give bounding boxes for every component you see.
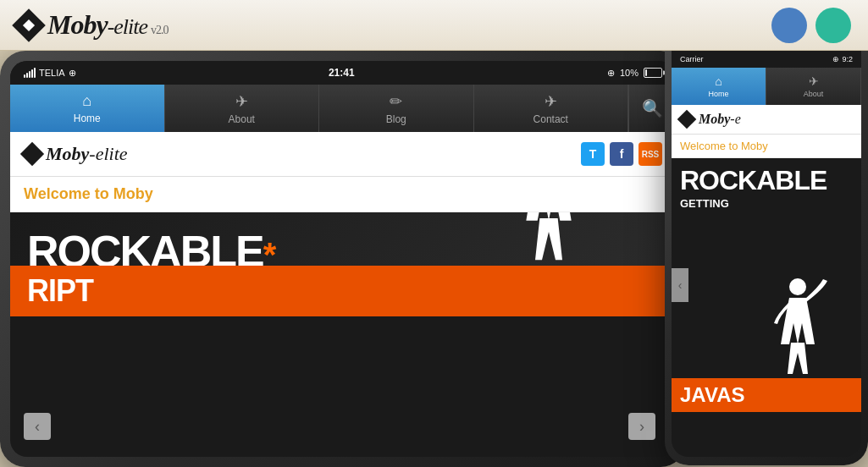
carrier-name: TELIA	[39, 68, 65, 78]
location-icon: ⊕	[607, 68, 615, 79]
wifi-icon: ⊕	[69, 68, 76, 79]
battery-icon	[644, 68, 662, 78]
signal-bar-3	[29, 71, 30, 78]
phone-content-header: Moby-e	[672, 105, 861, 135]
phone-orange-banner: JAVAS	[672, 378, 861, 412]
rss-label: RSS	[642, 150, 660, 159]
phone-logo-text: Moby-e	[699, 112, 741, 127]
tablet-content: Moby-elite T f RSS	[10, 132, 676, 316]
status-right: ⊕ 10%	[607, 68, 662, 79]
tablet-inner: TELIA ⊕ 21:41 ⊕ 10% ⌂ Home	[10, 61, 676, 457]
book-image-area: ROCKABLE* GETTING GOOD WITH	[10, 212, 676, 316]
phone-navigation: ⌂ Home ✈ About	[672, 68, 861, 105]
phone-person-silhouette	[768, 277, 827, 378]
nav-contact-label: Contact	[534, 113, 568, 125]
phone-back-arrow[interactable]: ‹	[672, 268, 688, 302]
orange-banner: RIPT	[10, 266, 676, 316]
nav-item-blog[interactable]: ✏ Blog	[319, 85, 474, 132]
phone-logo-brand: Moby	[699, 112, 730, 126]
header-bar: Moby-elitev2.0	[0, 0, 868, 51]
content-header: Moby-elite T f RSS	[10, 132, 676, 177]
logo-version: v2.0	[151, 24, 169, 36]
signal-bar-2	[26, 73, 28, 78]
tablet-status-bar: TELIA ⊕ 21:41 ⊕ 10%	[10, 61, 676, 85]
logo-diamond-icon	[12, 8, 46, 42]
content-logo-suffix: -elite	[89, 143, 127, 164]
logo-brand: Moby	[47, 9, 108, 40]
phone-book-content: ROCKABLE GETTING	[672, 158, 861, 218]
about-icon: ✈	[235, 92, 248, 111]
phone-wifi-icon: ⊕	[832, 55, 839, 63]
blog-icon: ✏	[390, 92, 402, 111]
signal-bars-icon	[24, 68, 36, 78]
nav-item-contact[interactable]: ✈ Contact	[474, 85, 629, 132]
phone-nav-about-label: About	[804, 90, 824, 98]
phone-logo-suffix: -e	[730, 112, 740, 126]
main-content: TELIA ⊕ 21:41 ⊕ 10% ⌂ Home	[0, 51, 868, 467]
logo-area: Moby-elitev2.0	[17, 9, 169, 41]
phone-orange-text: JAVAS	[680, 383, 744, 407]
tablet-navigation: ⌂ Home ✈ About ✏ Blog ✈ Contact 🔍	[10, 85, 676, 132]
rss-icon[interactable]: RSS	[639, 142, 662, 166]
twitter-label: T	[589, 147, 597, 161]
svg-point-1	[789, 278, 806, 295]
content-logo-text: Moby-elite	[46, 143, 128, 165]
content-logo-brand: Moby	[46, 143, 89, 164]
battery-fill	[645, 69, 647, 76]
tablet-device: TELIA ⊕ 21:41 ⊕ 10% ⌂ Home	[0, 51, 686, 467]
content-diamond-icon	[20, 142, 44, 166]
signal-bar-5	[34, 68, 36, 78]
nav-item-home[interactable]: ⌂ Home	[10, 85, 165, 132]
phone-back-icon: ‹	[678, 278, 683, 292]
status-left: TELIA ⊕	[24, 68, 76, 79]
logo-diamond-inner	[23, 19, 35, 30]
left-arrow-icon: ‹	[35, 418, 40, 436]
signal-bar-1	[24, 74, 25, 78]
home-icon: ⌂	[82, 92, 91, 110]
right-arrow-icon: ›	[639, 418, 644, 436]
phone-book-title: ROCKABLE	[680, 167, 853, 194]
phone-book-subtitle: GETTING	[680, 197, 853, 210]
phone-welcome-title: Welcome to Moby	[672, 135, 861, 158]
phone-welcome-text: Welcome to Moby	[680, 140, 768, 152]
phone-about-icon: ✈	[809, 74, 819, 88]
phone-content: Moby-e Welcome to Moby ROCKABLE GETTING	[672, 105, 861, 412]
nav-about-label: About	[229, 113, 255, 125]
logo-suffix: -elite	[108, 14, 147, 39]
nav-item-about[interactable]: ✈ About	[165, 85, 320, 132]
carousel-next-button[interactable]: ›	[628, 413, 655, 440]
phone-book-area: ROCKABLE GETTING JAVAS	[672, 158, 861, 412]
person-silhouette	[506, 212, 591, 266]
nav-blog-label: Blog	[386, 113, 406, 125]
color-circle-green[interactable]	[815, 8, 851, 43]
phone-status-right: ⊕ 9:2	[832, 55, 853, 63]
phone-diamond-icon	[677, 110, 697, 129]
phone-time: 9:2	[842, 55, 853, 63]
search-icon: 🔍	[642, 98, 663, 118]
facebook-label: f	[620, 147, 624, 161]
facebook-icon[interactable]: f	[610, 142, 633, 166]
orange-banner-text: RIPT	[27, 273, 93, 309]
color-palette	[771, 8, 851, 43]
signal-bar-4	[31, 69, 33, 78]
status-time: 21:41	[329, 67, 355, 79]
nav-home-label: Home	[74, 113, 101, 124]
phone-nav-about[interactable]: ✈ About	[766, 68, 861, 105]
phone-nav-home[interactable]: ⌂ Home	[672, 68, 766, 105]
social-icons: T f RSS	[581, 142, 662, 166]
carousel-prev-button[interactable]: ‹	[24, 413, 51, 440]
twitter-icon[interactable]: T	[581, 142, 605, 166]
content-logo: Moby-elite	[24, 143, 128, 165]
welcome-text: Welcome to Moby	[24, 185, 153, 202]
color-circle-blue[interactable]	[771, 8, 807, 43]
phone-carrier: Carrier	[680, 55, 704, 63]
phone-device: Carrier ⊕ 9:2 ⌂ Home ✈ About	[665, 25, 868, 465]
contact-icon: ✈	[545, 92, 557, 111]
welcome-title: Welcome to Moby	[10, 177, 676, 212]
battery-percent: 10%	[620, 68, 639, 78]
phone-inner: Carrier ⊕ 9:2 ⌂ Home ✈ About	[672, 34, 861, 457]
app-logo-text: Moby-elitev2.0	[47, 9, 169, 41]
phone-home-icon: ⌂	[715, 74, 721, 88]
phone-nav-home-label: Home	[708, 90, 728, 98]
phone-status-bar: Carrier ⊕ 9:2	[672, 51, 861, 68]
